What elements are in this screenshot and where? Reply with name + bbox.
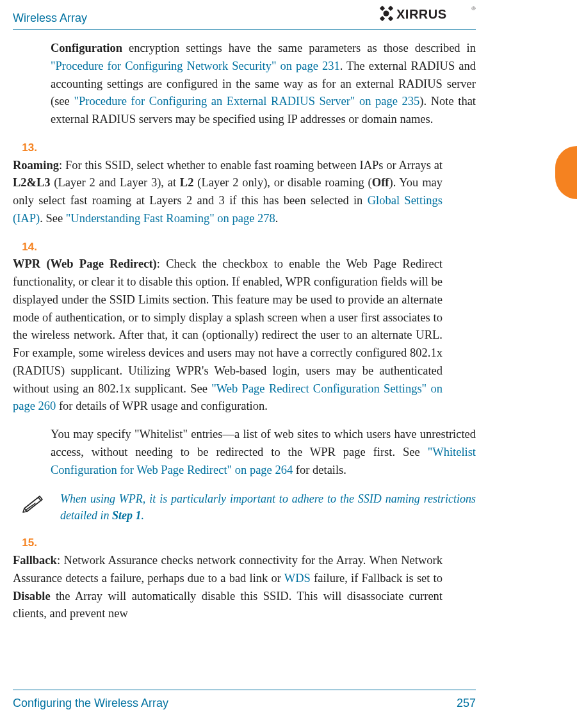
- t: : For this SSID, select whether to enabl…: [59, 159, 443, 172]
- brand-logo: XIRRUS ®: [380, 4, 476, 26]
- cont-t1: encryption settings have the same parame…: [122, 42, 476, 54]
- continued-paragraph: Configuration encryption settings have t…: [51, 40, 476, 129]
- item-lead: Roaming: [13, 159, 59, 172]
- svg-rect-4: [388, 16, 393, 21]
- item-lead: WPR (Web Page Redirect): [13, 257, 157, 270]
- svg-text:®: ®: [471, 5, 476, 12]
- item-lead: Fallback: [13, 554, 57, 567]
- b: Off: [372, 176, 389, 189]
- page-content: Configuration encryption settings have t…: [13, 40, 476, 677]
- svg-rect-3: [388, 6, 393, 11]
- item-body: WPR (Web Page Redirect): Check the check…: [13, 255, 443, 416]
- t: (Layer 2 only), or disable roaming (: [193, 176, 371, 189]
- t: .: [275, 212, 279, 225]
- page-header: Wireless Array: [0, 12, 577, 25]
- t: for details.: [293, 464, 346, 476]
- t: .: [142, 509, 145, 522]
- svg-point-0: [384, 11, 389, 17]
- footer-page-number: 257: [457, 697, 476, 710]
- footer-section: Configuring the Wireless Array: [13, 697, 168, 710]
- list-item-14: 14. WPR (Web Page Redirect): Check the c…: [13, 238, 476, 416]
- svg-rect-2: [380, 16, 385, 21]
- b: L2&L3: [13, 176, 51, 189]
- t: You may specify "Whitelist" entries—a li…: [51, 428, 476, 458]
- cont-lead: Configuration: [51, 42, 122, 54]
- header-rule: [13, 29, 476, 30]
- list-item-13: 13. Roaming: For this SSID, select wheth…: [13, 139, 476, 228]
- link-wds[interactable]: WDS: [284, 572, 311, 585]
- page-footer: Configuring the Wireless Array 257: [13, 690, 476, 710]
- item-number: 14.: [13, 238, 44, 255]
- item-body: Fallback: Network Assurance checks netwo…: [13, 552, 443, 623]
- item-14-p2: You may specify "Whitelist" entries—a li…: [51, 426, 476, 479]
- b: Disable: [13, 590, 51, 603]
- t: (Layer 2 and Layer 3), at: [51, 176, 180, 189]
- t: failure, if Fallback is set to: [311, 572, 443, 585]
- link-external-radius[interactable]: "Procedure for Configuring an External R…: [74, 95, 419, 108]
- note-callout: When using WPR, it is particularly impor…: [13, 490, 476, 524]
- item-body: Roaming: For this SSID, select whether t…: [13, 157, 443, 228]
- item-number: 15.: [13, 534, 44, 551]
- doc-title: Wireless Array: [13, 12, 87, 24]
- link-network-security[interactable]: "Procedure for Configuring Network Secur…: [51, 60, 340, 72]
- t: . See: [40, 212, 66, 225]
- list-item-15: 15. Fallback: Network Assurance checks n…: [13, 534, 476, 623]
- note-step-ref: Step 1: [112, 509, 142, 522]
- side-thumb-tab: [555, 146, 577, 199]
- brand-text: XIRRUS: [396, 7, 447, 21]
- link-fast-roaming[interactable]: "Understanding Fast Roaming" on page 278: [66, 212, 275, 225]
- t: for details of WPR usage and configurati…: [56, 400, 268, 412]
- b: L2: [180, 176, 194, 189]
- note-icon: [20, 490, 46, 521]
- item-number: 13.: [13, 139, 44, 156]
- t: : Check the checkbox to enable the Web P…: [13, 257, 443, 394]
- note-text: When using WPR, it is particularly impor…: [60, 490, 476, 524]
- svg-rect-1: [380, 6, 385, 11]
- t: the Array will automatically disable thi…: [13, 590, 443, 620]
